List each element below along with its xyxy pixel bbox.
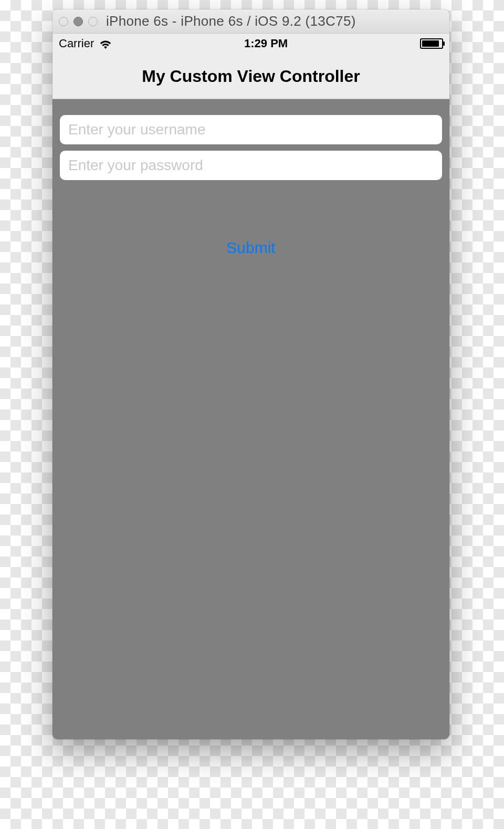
battery-icon [420, 38, 443, 49]
close-window-icon[interactable] [59, 17, 68, 26]
password-input[interactable] [60, 151, 442, 180]
status-time: 1:29 PM [244, 37, 288, 50]
carrier-label: Carrier [59, 37, 94, 50]
mac-titlebar: iPhone 6s - iPhone 6s / iOS 9.2 (13C75) [52, 9, 449, 34]
ios-simulator-window: iPhone 6s - iPhone 6s / iOS 9.2 (13C75) … [52, 9, 449, 739]
ios-status-bar: Carrier 1:29 PM [52, 34, 449, 54]
wifi-icon [99, 39, 112, 48]
minimize-window-icon[interactable] [74, 17, 83, 26]
main-content: Submit [52, 99, 449, 739]
navigation-bar: My Custom View Controller [52, 54, 449, 99]
phone-screen: Carrier 1:29 PM My Custom View Controlle… [52, 34, 449, 739]
page-title: My Custom View Controller [142, 67, 360, 86]
submit-button[interactable]: Submit [219, 236, 282, 260]
zoom-window-icon[interactable] [88, 17, 98, 26]
username-input[interactable] [60, 115, 442, 144]
window-title: iPhone 6s - iPhone 6s / iOS 9.2 (13C75) [106, 13, 356, 29]
window-traffic-lights [59, 17, 98, 26]
